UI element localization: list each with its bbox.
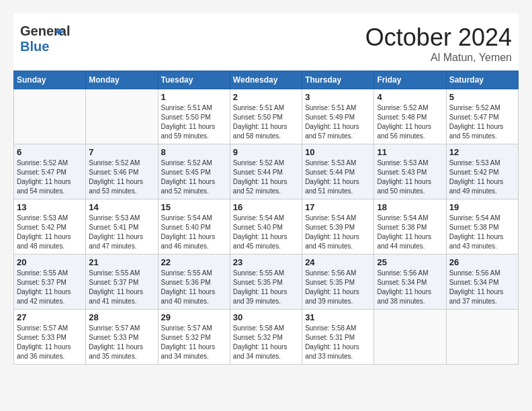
day-info: Sunrise: 5:52 AMSunset: 5:47 PMDaylight:… <box>449 103 515 141</box>
day-number: 28 <box>89 312 154 322</box>
day-info: Sunrise: 5:51 AMSunset: 5:49 PMDaylight:… <box>305 103 371 141</box>
day-number: 20 <box>17 257 83 267</box>
calendar-day-header: Friday <box>374 71 446 89</box>
calendar-cell: 19Sunrise: 5:54 AMSunset: 5:38 PMDayligh… <box>446 199 518 255</box>
day-number: 9 <box>233 147 299 157</box>
day-info: Sunrise: 5:53 AMSunset: 5:43 PMDaylight:… <box>377 158 443 196</box>
calendar-cell: 5Sunrise: 5:52 AMSunset: 5:47 PMDaylight… <box>446 89 518 144</box>
logo-blue: Blue <box>20 39 49 54</box>
day-number: 1 <box>161 92 227 102</box>
day-number: 27 <box>17 312 83 322</box>
calendar-cell: 10Sunrise: 5:53 AMSunset: 5:44 PMDayligh… <box>302 144 374 199</box>
calendar-cell: 24Sunrise: 5:56 AMSunset: 5:35 PMDayligh… <box>302 255 374 310</box>
calendar-cell: 9Sunrise: 5:52 AMSunset: 5:44 PMDaylight… <box>230 144 302 199</box>
day-info: Sunrise: 5:53 AMSunset: 5:42 PMDaylight:… <box>17 214 83 251</box>
calendar-cell: 18Sunrise: 5:54 AMSunset: 5:38 PMDayligh… <box>374 199 446 255</box>
day-number: 11 <box>377 147 443 157</box>
day-info: Sunrise: 5:54 AMSunset: 5:40 PMDaylight:… <box>161 214 227 251</box>
month-title: October 2024 <box>365 24 512 52</box>
day-number: 14 <box>89 202 154 212</box>
day-number: 6 <box>17 147 83 157</box>
day-number: 19 <box>449 202 515 212</box>
day-info: Sunrise: 5:52 AMSunset: 5:44 PMDaylight:… <box>233 158 299 196</box>
calendar-cell: 15Sunrise: 5:54 AMSunset: 5:40 PMDayligh… <box>158 199 230 255</box>
calendar-table: SundayMondayTuesdayWednesdayThursdayFrid… <box>13 71 519 365</box>
day-number: 25 <box>377 257 443 267</box>
calendar-cell: 1Sunrise: 5:51 AMSunset: 5:50 PMDaylight… <box>158 89 230 144</box>
logo-bird-icon <box>51 27 66 42</box>
day-number: 23 <box>233 257 299 267</box>
calendar-cell: 11Sunrise: 5:53 AMSunset: 5:43 PMDayligh… <box>374 144 446 199</box>
day-info: Sunrise: 5:53 AMSunset: 5:42 PMDaylight:… <box>449 158 515 196</box>
day-number: 16 <box>233 202 299 212</box>
day-info: Sunrise: 5:57 AMSunset: 5:33 PMDaylight:… <box>89 324 154 361</box>
day-info: Sunrise: 5:54 AMSunset: 5:39 PMDaylight:… <box>305 214 371 251</box>
calendar-cell: 7Sunrise: 5:52 AMSunset: 5:46 PMDaylight… <box>86 144 158 199</box>
day-number: 29 <box>161 312 227 322</box>
day-number: 15 <box>161 202 227 212</box>
calendar-cell: 30Sunrise: 5:58 AMSunset: 5:32 PMDayligh… <box>230 310 302 365</box>
day-number: 2 <box>233 92 299 102</box>
location-title: Al Matun, Yemen <box>365 52 512 64</box>
calendar-container: General Blue October 2024 Al Matun, Yeme… <box>13 13 519 365</box>
day-info: Sunrise: 5:53 AMSunset: 5:44 PMDaylight:… <box>305 158 371 196</box>
calendar-cell <box>446 310 518 365</box>
day-number: 24 <box>305 257 371 267</box>
day-number: 5 <box>449 92 515 102</box>
day-info: Sunrise: 5:53 AMSunset: 5:41 PMDaylight:… <box>89 214 154 251</box>
day-number: 31 <box>305 312 371 322</box>
day-info: Sunrise: 5:58 AMSunset: 5:32 PMDaylight:… <box>233 324 299 361</box>
calendar-cell: 20Sunrise: 5:55 AMSunset: 5:37 PMDayligh… <box>14 255 86 310</box>
calendar-cell: 4Sunrise: 5:52 AMSunset: 5:48 PMDaylight… <box>374 89 446 144</box>
calendar-cell: 26Sunrise: 5:56 AMSunset: 5:34 PMDayligh… <box>446 255 518 310</box>
calendar-cell: 21Sunrise: 5:55 AMSunset: 5:37 PMDayligh… <box>86 255 158 310</box>
calendar-day-header: Wednesday <box>230 71 302 89</box>
calendar-cell: 2Sunrise: 5:51 AMSunset: 5:50 PMDaylight… <box>230 89 302 144</box>
day-number: 8 <box>161 147 227 157</box>
calendar-cell: 6Sunrise: 5:52 AMSunset: 5:47 PMDaylight… <box>14 144 86 199</box>
calendar-day-header: Tuesday <box>158 71 230 89</box>
day-number: 13 <box>17 202 83 212</box>
day-info: Sunrise: 5:51 AMSunset: 5:50 PMDaylight:… <box>161 103 227 141</box>
day-info: Sunrise: 5:56 AMSunset: 5:35 PMDaylight:… <box>305 269 371 306</box>
day-info: Sunrise: 5:57 AMSunset: 5:33 PMDaylight:… <box>17 324 83 361</box>
day-number: 22 <box>161 257 227 267</box>
calendar-cell: 14Sunrise: 5:53 AMSunset: 5:41 PMDayligh… <box>86 199 158 255</box>
logo: General Blue <box>20 24 54 50</box>
day-number: 4 <box>377 92 443 102</box>
calendar-cell: 31Sunrise: 5:58 AMSunset: 5:31 PMDayligh… <box>302 310 374 365</box>
day-info: Sunrise: 5:52 AMSunset: 5:48 PMDaylight:… <box>377 103 443 141</box>
calendar-cell: 8Sunrise: 5:52 AMSunset: 5:45 PMDaylight… <box>158 144 230 199</box>
day-number: 18 <box>377 202 443 212</box>
calendar-day-header: Sunday <box>14 71 86 89</box>
day-info: Sunrise: 5:55 AMSunset: 5:35 PMDaylight:… <box>233 269 299 306</box>
day-number: 17 <box>305 202 371 212</box>
day-info: Sunrise: 5:52 AMSunset: 5:47 PMDaylight:… <box>17 158 83 196</box>
day-info: Sunrise: 5:55 AMSunset: 5:36 PMDaylight:… <box>161 269 227 306</box>
calendar-week-row: 1Sunrise: 5:51 AMSunset: 5:50 PMDaylight… <box>14 89 519 144</box>
calendar-cell: 12Sunrise: 5:53 AMSunset: 5:42 PMDayligh… <box>446 144 518 199</box>
calendar-week-row: 13Sunrise: 5:53 AMSunset: 5:42 PMDayligh… <box>14 199 519 255</box>
day-info: Sunrise: 5:58 AMSunset: 5:31 PMDaylight:… <box>305 324 371 361</box>
calendar-week-row: 20Sunrise: 5:55 AMSunset: 5:37 PMDayligh… <box>14 255 519 310</box>
calendar-cell: 3Sunrise: 5:51 AMSunset: 5:49 PMDaylight… <box>302 89 374 144</box>
day-info: Sunrise: 5:52 AMSunset: 5:45 PMDaylight:… <box>161 158 227 196</box>
calendar-cell: 23Sunrise: 5:55 AMSunset: 5:35 PMDayligh… <box>230 255 302 310</box>
calendar-cell: 28Sunrise: 5:57 AMSunset: 5:33 PMDayligh… <box>86 310 158 365</box>
day-number: 12 <box>449 147 515 157</box>
calendar-cell: 16Sunrise: 5:54 AMSunset: 5:40 PMDayligh… <box>230 199 302 255</box>
day-number: 21 <box>89 257 154 267</box>
day-number: 10 <box>305 147 371 157</box>
day-info: Sunrise: 5:52 AMSunset: 5:46 PMDaylight:… <box>89 158 154 196</box>
title-section: October 2024 Al Matun, Yemen <box>365 24 512 64</box>
calendar-cell: 22Sunrise: 5:55 AMSunset: 5:36 PMDayligh… <box>158 255 230 310</box>
day-info: Sunrise: 5:56 AMSunset: 5:34 PMDaylight:… <box>449 269 515 306</box>
calendar-cell <box>374 310 446 365</box>
day-info: Sunrise: 5:55 AMSunset: 5:37 PMDaylight:… <box>17 269 83 306</box>
calendar-cell: 27Sunrise: 5:57 AMSunset: 5:33 PMDayligh… <box>14 310 86 365</box>
day-number: 30 <box>233 312 299 322</box>
calendar-cell <box>14 89 86 144</box>
day-info: Sunrise: 5:51 AMSunset: 5:50 PMDaylight:… <box>233 103 299 141</box>
day-info: Sunrise: 5:54 AMSunset: 5:40 PMDaylight:… <box>233 214 299 251</box>
calendar-day-header: Saturday <box>446 71 518 89</box>
